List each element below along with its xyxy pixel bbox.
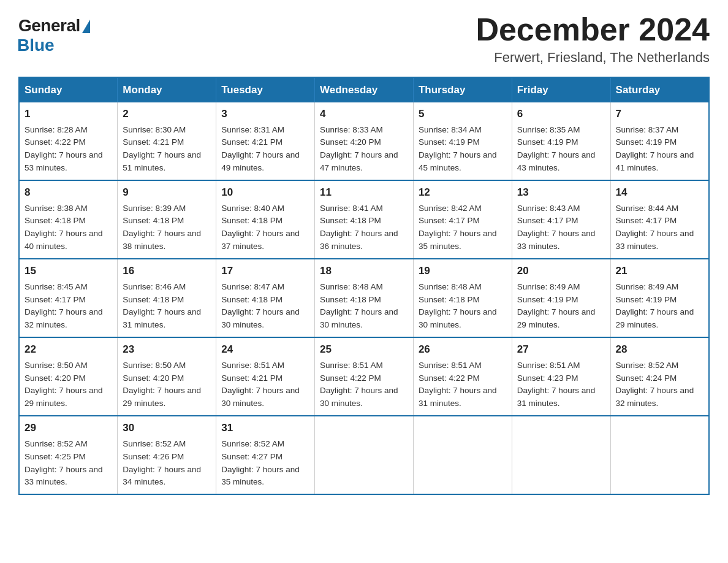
calendar-cell-w1-d4: 4Sunrise: 8:33 AMSunset: 4:20 PMDaylight… [315, 102, 414, 180]
day-number: 30 [123, 420, 211, 436]
day-number: 27 [517, 342, 605, 358]
sunset-text: Sunset: 4:21 PM [221, 137, 282, 147]
sunset-text: Sunset: 4:18 PM [320, 216, 381, 225]
sunset-text: Sunset: 4:21 PM [221, 373, 282, 383]
sunset-text: Sunset: 4:22 PM [419, 373, 480, 383]
sunset-text: Sunset: 4:18 PM [419, 295, 480, 304]
sunset-text: Sunset: 4:20 PM [320, 137, 381, 147]
calendar-cell-w4-d2: 23Sunrise: 8:50 AMSunset: 4:20 PMDayligh… [118, 337, 216, 416]
calendar-cell-w3-d5: 19Sunrise: 8:48 AMSunset: 4:18 PMDayligh… [413, 259, 512, 337]
calendar-cell-w3-d3: 17Sunrise: 8:47 AMSunset: 4:18 PMDayligh… [216, 259, 315, 337]
calendar-cell-w5-d3: 31Sunrise: 8:52 AMSunset: 4:27 PMDayligh… [216, 416, 315, 494]
sunrise-text: Sunrise: 8:51 AM [221, 361, 284, 370]
sunrise-text: Sunrise: 8:48 AM [419, 282, 482, 291]
calendar-cell-w2-d1: 8Sunrise: 8:38 AMSunset: 4:18 PMDaylight… [19, 180, 118, 259]
daylight-text: Daylight: 7 hours and 40 minutes. [25, 229, 103, 251]
day-number: 18 [320, 263, 408, 279]
daylight-text: Daylight: 7 hours and 32 minutes. [616, 386, 694, 408]
sunrise-text: Sunrise: 8:49 AM [517, 282, 580, 291]
calendar-cell-w3-d2: 16Sunrise: 8:46 AMSunset: 4:18 PMDayligh… [118, 259, 216, 337]
daylight-text: Daylight: 7 hours and 30 minutes. [221, 386, 300, 408]
calendar-table: Sunday Monday Tuesday Wednesday Thursday… [18, 77, 710, 495]
sunset-text: Sunset: 4:24 PM [616, 373, 677, 383]
sunset-text: Sunset: 4:20 PM [25, 373, 86, 383]
calendar-cell-w4-d6: 27Sunrise: 8:51 AMSunset: 4:23 PMDayligh… [512, 337, 610, 416]
sunrise-text: Sunrise: 8:33 AM [320, 125, 383, 134]
daylight-text: Daylight: 7 hours and 31 minutes. [419, 386, 497, 408]
sunset-text: Sunset: 4:18 PM [123, 216, 184, 225]
day-number: 14 [616, 185, 703, 201]
day-number: 6 [517, 106, 605, 122]
daylight-text: Daylight: 7 hours and 30 minutes. [221, 307, 300, 329]
week-row-3: 15Sunrise: 8:45 AMSunset: 4:17 PMDayligh… [19, 259, 709, 337]
sunrise-text: Sunrise: 8:42 AM [419, 204, 482, 213]
sunrise-text: Sunrise: 8:48 AM [320, 282, 383, 291]
sunrise-text: Sunrise: 8:31 AM [221, 125, 284, 134]
calendar-cell-w5-d1: 29Sunrise: 8:52 AMSunset: 4:25 PMDayligh… [19, 416, 118, 494]
daylight-text: Daylight: 7 hours and 41 minutes. [616, 150, 694, 172]
calendar-cell-w2-d7: 14Sunrise: 8:44 AMSunset: 4:17 PMDayligh… [610, 180, 709, 259]
calendar-cell-w4-d5: 26Sunrise: 8:51 AMSunset: 4:22 PMDayligh… [413, 337, 512, 416]
sunrise-text: Sunrise: 8:43 AM [517, 204, 580, 213]
day-number: 17 [221, 263, 309, 279]
col-monday: Monday [118, 77, 216, 102]
sunrise-text: Sunrise: 8:52 AM [221, 439, 284, 448]
daylight-text: Daylight: 7 hours and 29 minutes. [616, 307, 694, 329]
sunrise-text: Sunrise: 8:37 AM [616, 125, 679, 134]
sunrise-text: Sunrise: 8:52 AM [616, 361, 679, 370]
daylight-text: Daylight: 7 hours and 33 minutes. [25, 465, 103, 487]
day-number: 21 [616, 263, 703, 279]
col-wednesday: Wednesday [315, 77, 414, 102]
sunset-text: Sunset: 4:21 PM [123, 137, 184, 147]
sunset-text: Sunset: 4:18 PM [221, 216, 282, 225]
day-number: 3 [221, 106, 309, 122]
day-number: 22 [25, 342, 112, 358]
day-number: 11 [320, 185, 408, 201]
sunset-text: Sunset: 4:18 PM [221, 295, 282, 304]
sunset-text: Sunset: 4:23 PM [517, 373, 578, 383]
col-thursday: Thursday [413, 77, 512, 102]
calendar-header-row: Sunday Monday Tuesday Wednesday Thursday… [19, 77, 709, 102]
sunrise-text: Sunrise: 8:28 AM [25, 125, 88, 134]
day-number: 8 [25, 185, 112, 201]
calendar-cell-w2-d6: 13Sunrise: 8:43 AMSunset: 4:17 PMDayligh… [512, 180, 610, 259]
calendar-cell-w1-d1: 1Sunrise: 8:28 AMSunset: 4:22 PMDaylight… [19, 102, 118, 180]
sunrise-text: Sunrise: 8:51 AM [419, 361, 482, 370]
daylight-text: Daylight: 7 hours and 30 minutes. [419, 307, 497, 329]
day-number: 29 [25, 420, 112, 436]
day-number: 2 [123, 106, 211, 122]
calendar-cell-w5-d5 [413, 416, 512, 494]
sunset-text: Sunset: 4:18 PM [123, 295, 184, 304]
day-number: 9 [123, 185, 211, 201]
calendar-cell-w1-d5: 5Sunrise: 8:34 AMSunset: 4:19 PMDaylight… [413, 102, 512, 180]
sunset-text: Sunset: 4:19 PM [517, 295, 578, 304]
daylight-text: Daylight: 7 hours and 30 minutes. [320, 386, 398, 408]
day-number: 16 [123, 263, 211, 279]
calendar-cell-w3-d7: 21Sunrise: 8:49 AMSunset: 4:19 PMDayligh… [610, 259, 709, 337]
day-number: 15 [25, 263, 112, 279]
sunrise-text: Sunrise: 8:50 AM [123, 361, 186, 370]
logo-general-text: General [18, 16, 80, 36]
calendar-cell-w5-d2: 30Sunrise: 8:52 AMSunset: 4:26 PMDayligh… [118, 416, 216, 494]
page-header: General Blue December 2024 Ferwert, Frie… [18, 12, 710, 66]
sunset-text: Sunset: 4:22 PM [25, 137, 86, 147]
day-number: 24 [221, 342, 309, 358]
sunset-text: Sunset: 4:19 PM [616, 137, 677, 147]
sunset-text: Sunset: 4:19 PM [616, 295, 677, 304]
sunrise-text: Sunrise: 8:51 AM [320, 361, 383, 370]
day-number: 4 [320, 106, 408, 122]
daylight-text: Daylight: 7 hours and 47 minutes. [320, 150, 398, 172]
logo: General Blue [18, 12, 90, 55]
sunset-text: Sunset: 4:27 PM [221, 452, 282, 461]
sunrise-text: Sunrise: 8:49 AM [616, 282, 679, 291]
month-title: December 2024 [476, 12, 710, 47]
day-number: 25 [320, 342, 408, 358]
daylight-text: Daylight: 7 hours and 53 minutes. [25, 150, 103, 172]
sunset-text: Sunset: 4:17 PM [616, 216, 677, 225]
calendar-cell-w3-d6: 20Sunrise: 8:49 AMSunset: 4:19 PMDayligh… [512, 259, 610, 337]
sunrise-text: Sunrise: 8:34 AM [419, 125, 482, 134]
sunrise-text: Sunrise: 8:47 AM [221, 282, 284, 291]
sunrise-text: Sunrise: 8:52 AM [123, 439, 186, 448]
day-number: 1 [25, 106, 112, 122]
sunrise-text: Sunrise: 8:52 AM [25, 439, 88, 448]
